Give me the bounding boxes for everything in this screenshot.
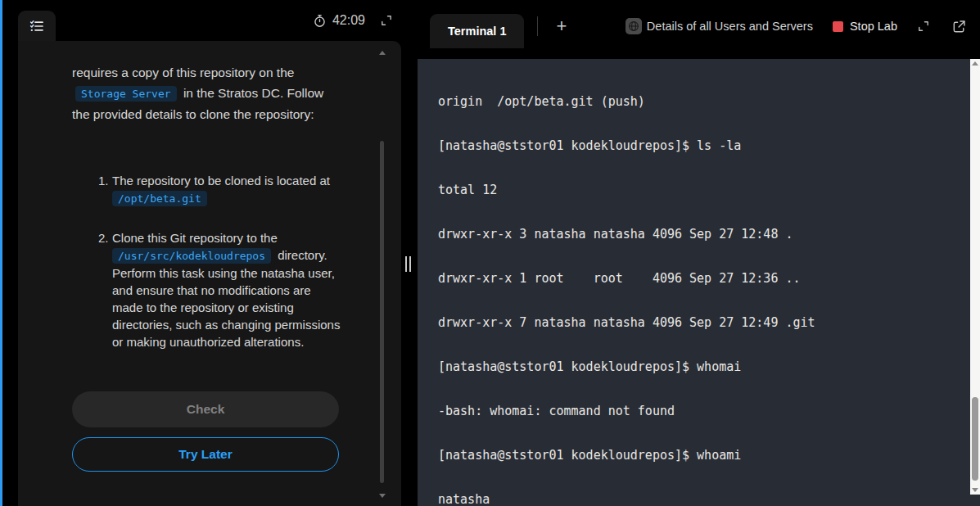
task-number: 1. [98,172,112,207]
task-2-text: Clone this Git repository to the [112,231,278,245]
terminal-line: drwxr-xr-x 1 root root 4096 Sep 27 12:36… [438,271,967,286]
scroll-down-arrow[interactable] [379,494,386,498]
scrollbar-thumb[interactable] [972,397,978,481]
terminal-header: Terminal 1 + Details of all Users and Se… [418,0,980,57]
intro-text-before: requires a copy of this repository on th… [72,66,294,79]
scroll-down-arrow[interactable] [972,488,978,492]
task-list: 1. The repository to be cloned is locate… [72,172,341,350]
expand-terminal-button[interactable] [915,18,932,34]
expand-icon [380,14,393,27]
task-panel: requires a copy of this repository on th… [18,41,401,506]
details-label: Details of all Users and Servers [647,20,813,33]
terminal-line: [natasha@ststor01 kodekloudrepos]$ ls -l… [438,138,967,153]
terminal-output: origin /opt/beta.git (push) [natasha@sts… [438,65,967,506]
terminal-line: origin /opt/beta.git (push) [438,94,967,109]
terminal-line: [natasha@ststor01 kodekloudrepos]$ whoam… [438,448,967,463]
external-link-icon [951,19,967,34]
details-users-servers-link[interactable]: Details of all Users and Servers [625,18,813,34]
terminal-scrollbar[interactable] [970,59,980,495]
new-terminal-button[interactable]: + [551,17,571,35]
task-item-2: 2. Clone this Git repository to the /usr… [72,229,341,350]
tab-divider [537,16,538,36]
lab-timer: 42:09 [313,13,365,28]
scroll-up-arrow[interactable] [972,61,978,66]
expand-icon [917,20,930,33]
stopwatch-icon [313,14,327,28]
terminal-window[interactable]: origin /opt/beta.git (push) [natasha@sts… [418,59,980,506]
task-1-text: The repository to be cloned is located a… [112,174,330,187]
terminal-line: drwxr-xr-x 7 natasha natasha 4096 Sep 27… [438,315,967,330]
terminal-line: -bash: whomai: command not found [438,404,967,418]
check-button[interactable]: Check [72,391,339,427]
terminal-tab-label: Terminal 1 [448,25,506,38]
clone-dir-badge: /usr/src/kodekloudrepos [112,248,271,264]
open-new-window-button[interactable] [950,17,969,36]
try-later-button[interactable]: Try Later [72,437,339,472]
expand-left-panel-button[interactable] [378,12,395,29]
task-intro: requires a copy of this repository on th… [72,62,341,124]
terminal-line: [natasha@ststor01 kodekloudrepos]$ whoma… [438,359,967,374]
left-panel-header: 42:09 [18,0,401,41]
panel-resize-handle[interactable] [405,256,411,272]
stop-lab-button[interactable]: Stop Lab [833,20,897,33]
left-accent-strip [0,0,2,506]
task-number: 2. [98,229,112,350]
terminal-line: drwxr-xr-x 3 natasha natasha 4096 Sep 27… [438,227,967,242]
globe-icon [625,18,642,34]
scrollbar-thumb[interactable] [380,141,384,483]
task-text: The repository to be cloned is located a… [112,172,341,207]
task-panel-scrollbar[interactable] [378,49,386,498]
timer-value: 42:09 [332,13,365,28]
repo-path-badge: /opt/beta.git [112,191,207,206]
terminal-line: natasha [438,492,967,506]
terminal-line: total 12 [438,183,967,197]
task-content: requires a copy of this repository on th… [72,62,341,472]
task-text: Clone this Git repository to the /usr/sr… [112,229,341,350]
tab-terminal-1[interactable]: Terminal 1 [430,14,524,48]
scroll-up-arrow[interactable] [379,51,386,55]
stop-lab-label: Stop Lab [850,20,897,33]
stop-square-icon [833,21,843,32]
task-item-1: 1. The repository to be cloned is locate… [72,172,341,207]
server-badge: Storage Server [75,86,177,102]
